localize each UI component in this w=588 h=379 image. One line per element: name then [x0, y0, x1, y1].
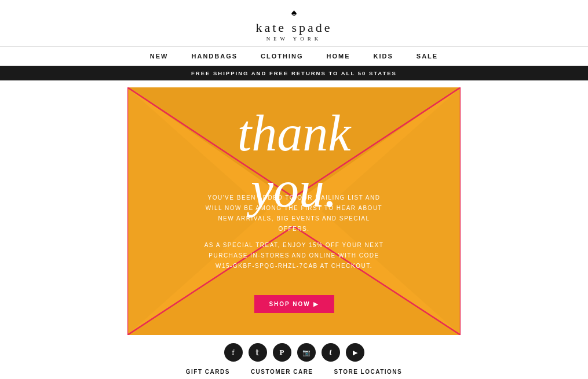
nav-sale[interactable]: SALE	[417, 53, 438, 60]
envelope: thank you. YOU'VE BEEN ADDED TO OUR MAIL…	[127, 87, 461, 335]
nav-clothing[interactable]: CLOTHING	[261, 53, 303, 60]
spade-icon: ♠	[291, 7, 297, 19]
pinterest-icon[interactable]: P	[273, 343, 291, 362]
shop-now-button[interactable]: SHOP NOW ▶	[254, 295, 334, 313]
facebook-icon[interactable]: f	[224, 343, 243, 362]
brand-subtitle: NEW YORK	[266, 36, 322, 42]
nav-home[interactable]: HOME	[327, 53, 350, 60]
youtube-icon[interactable]: ▶	[346, 343, 364, 362]
nav-new[interactable]: NEW	[150, 53, 169, 60]
customer-care-link[interactable]: CUSTOMER CARE	[251, 369, 313, 375]
header: ♠ kate spade NEW YORK	[0, 0, 588, 46]
main-content: thank you. YOU'VE BEEN ADDED TO OUR MAIL…	[0, 80, 588, 335]
tumblr-icon[interactable]: t	[322, 343, 340, 362]
nav-handbags[interactable]: HANDBAGS	[192, 53, 238, 60]
store-locations-link[interactable]: STORE LOCATIONS	[334, 369, 403, 375]
brand-name: kate spade	[255, 20, 332, 35]
gift-cards-link[interactable]: GIFT CARDS	[186, 369, 230, 375]
nav-kids[interactable]: KIDS	[374, 53, 393, 60]
promo-banner: FREE SHIPPING AND FREE RETURNS TO ALL 50…	[0, 66, 588, 80]
thank-text: thank	[127, 106, 461, 162]
main-nav: NEW HANDBAGS CLOTHING HOME KIDS SALE	[0, 46, 588, 66]
footer: f 𝕥 P 📷 t ▶ GIFT CARDS CUSTOMER CARE STO…	[0, 335, 588, 379]
twitter-icon[interactable]: 𝕥	[249, 343, 267, 362]
instagram-icon[interactable]: 📷	[297, 343, 316, 362]
footer-links: GIFT CARDS CUSTOMER CARE STORE LOCATIONS	[186, 369, 402, 375]
discount-text: AS A SPECIAL TREAT, ENJOY 15% OFF YOUR N…	[203, 240, 385, 271]
social-icons-row: f 𝕥 P 📷 t ▶	[224, 343, 364, 362]
mailing-list-text: YOU'VE BEEN ADDED TO OUR MAILING LIST AN…	[203, 193, 385, 234]
envelope-body: YOU'VE BEEN ADDED TO OUR MAILING LIST AN…	[127, 193, 461, 277]
